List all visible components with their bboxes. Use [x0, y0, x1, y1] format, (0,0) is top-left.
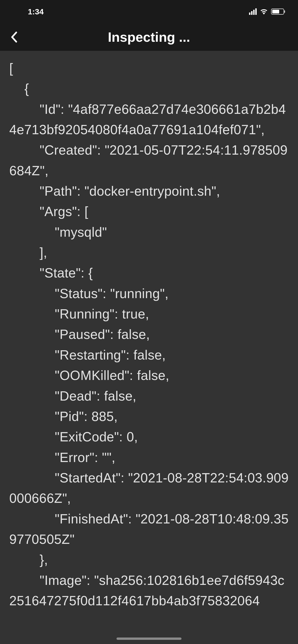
status-bar: 1:34 — [0, 0, 298, 23]
inspect-json-content[interactable]: [ { "Id": "4af877e66aa27d74e306661a7b2b4… — [0, 51, 298, 644]
wifi-icon — [260, 8, 268, 14]
chevron-left-icon — [11, 32, 17, 43]
home-indicator[interactable] — [117, 638, 181, 640]
status-icons — [249, 8, 284, 15]
back-button[interactable] — [7, 30, 21, 44]
navigation-header: Inspecting ... — [0, 23, 298, 51]
cellular-signal-icon — [249, 8, 257, 15]
battery-icon — [271, 8, 284, 14]
page-title: Inspecting ... — [0, 29, 298, 45]
status-time: 1:34 — [28, 7, 44, 16]
